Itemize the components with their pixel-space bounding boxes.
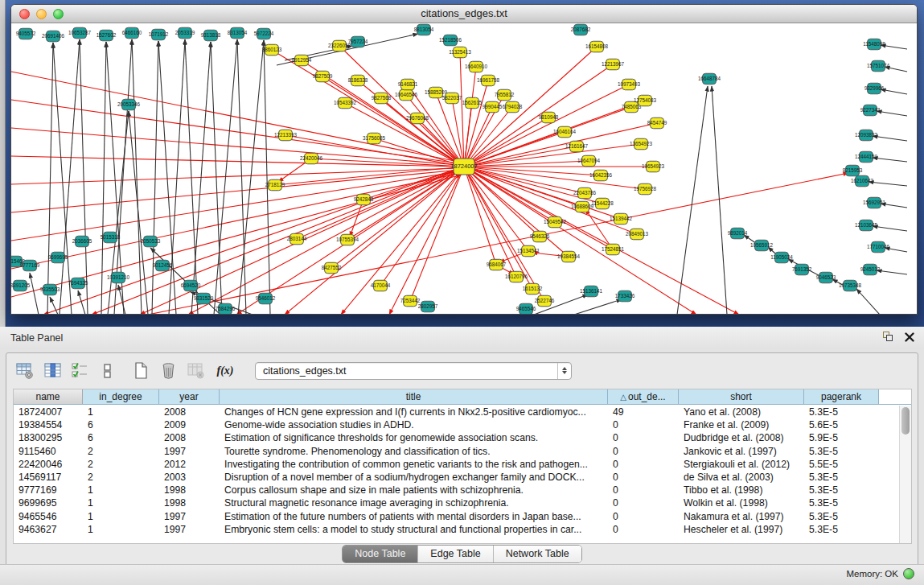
- cell-title[interactable]: Tourette syndrome. Phenomenology and cla…: [220, 445, 608, 458]
- column-header-in_degree[interactable]: in_degree: [83, 389, 159, 404]
- graph-node[interactable]: 15134541: [517, 245, 540, 257]
- table-row[interactable]: 969969511998Structural magnetic resonanc…: [14, 496, 899, 509]
- cell-pagerank[interactable]: 5.3E-5: [804, 510, 879, 523]
- graph-node[interactable]: 10391210: [107, 272, 130, 283]
- show-columns-icon[interactable]: [41, 360, 64, 382]
- graph-edge[interactable]: [285, 167, 464, 314]
- graph-node[interactable]: 9046523: [816, 272, 836, 283]
- memory-status-indicator[interactable]: [903, 568, 914, 579]
- cell-out_degree[interactable]: 0: [608, 471, 679, 484]
- graph-node[interactable]: 7691352: [792, 264, 812, 275]
- graph-node[interactable]: 13654923: [630, 138, 653, 150]
- graph-node[interactable]: 10646546: [395, 89, 418, 101]
- delete-column-icon[interactable]: [157, 360, 179, 382]
- graph-node[interactable]: 20691406: [42, 31, 65, 42]
- network-view-window[interactable]: citations_edges.txt 94055722069140610653…: [10, 4, 918, 315]
- graph-edge[interactable]: [188, 167, 464, 314]
- graph-node[interactable]: 8454749: [647, 117, 667, 129]
- cell-name[interactable]: 22420046: [14, 458, 83, 471]
- graph-node[interactable]: 2087682: [571, 24, 591, 35]
- cell-short[interactable]: Wolkin et al. (1998): [679, 496, 804, 509]
- graph-edge[interactable]: [152, 41, 158, 314]
- graph-node[interactable]: 31756085: [363, 133, 386, 144]
- select-all-icon[interactable]: [68, 360, 91, 382]
- graph-node[interactable]: 8427552: [322, 262, 342, 274]
- graph-node[interactable]: 16154808: [585, 41, 609, 52]
- cell-in_degree[interactable]: 2: [83, 458, 159, 471]
- graph-node[interactable]: 2802957: [418, 301, 438, 312]
- cell-pagerank[interactable]: 5.3E-5: [804, 471, 879, 484]
- cell-year[interactable]: 2012: [159, 458, 220, 471]
- graph-edge[interactable]: [11, 128, 458, 165]
- table-row[interactable]: 946362711997Embryonic stem cells: a mode…: [14, 523, 899, 536]
- graph-node[interactable]: 9546012: [256, 293, 276, 304]
- graph-node[interactable]: 10735348: [839, 280, 862, 291]
- cell-title[interactable]: Estimation of the future numbers of pati…: [220, 510, 608, 523]
- graph-node[interactable]: 7584296: [216, 303, 236, 314]
- cell-pagerank[interactable]: 5.3E-5: [804, 523, 879, 536]
- graph-edge[interactable]: [148, 173, 848, 314]
- graph-node[interactable]: 9699695: [48, 252, 68, 263]
- graph-edge[interactable]: [856, 289, 880, 314]
- citation-network-graph[interactable]: 9405572206914061065328715276026466160107…: [11, 23, 917, 314]
- graph-node[interactable]: 2053319: [175, 27, 195, 39]
- cell-pagerank[interactable]: 5.3E-5: [804, 484, 879, 496]
- graph-node[interactable]: 9012456: [153, 260, 173, 271]
- cell-name[interactable]: 9699695: [14, 496, 83, 509]
- cell-title[interactable]: Disruption of a novel member of a sodium…: [220, 471, 608, 484]
- graph-node[interactable]: 20849013: [626, 229, 649, 240]
- graph-node[interactable]: 12103645: [855, 220, 878, 231]
- graph-edge[interactable]: [339, 46, 464, 167]
- graph-node[interactable]: 11544228: [591, 198, 614, 209]
- table-panel-titlebar[interactable]: Table Panel: [0, 327, 924, 349]
- cell-in_degree[interactable]: 1: [83, 406, 159, 418]
- table-row[interactable]: 1456911722003Disruption of a novel membe…: [14, 471, 899, 484]
- float-window-icon[interactable]: [883, 332, 893, 342]
- cell-short[interactable]: Hescheler et al. (1997): [679, 523, 804, 536]
- table-row[interactable]: 946554611997Estimation of the future num…: [14, 510, 899, 523]
- graph-node[interactable]: 2718129: [265, 179, 285, 191]
- graph-node[interactable]: 9892014: [728, 228, 748, 239]
- close-window-icon[interactable]: [19, 9, 30, 19]
- graph-edge[interactable]: [381, 98, 464, 167]
- cell-out_degree[interactable]: 0: [608, 510, 679, 523]
- cell-year[interactable]: 2003: [159, 471, 220, 484]
- graph-node[interactable]: 9827509: [313, 71, 333, 82]
- cell-out_degree[interactable]: 0: [608, 431, 679, 444]
- graph-edge[interactable]: [464, 167, 645, 189]
- graph-node[interactable]: 15751074: [867, 60, 890, 72]
- graph-node[interactable]: 9777169: [20, 260, 40, 271]
- cell-in_degree[interactable]: 2: [83, 471, 159, 484]
- cell-pagerank[interactable]: 5.9E-5: [804, 431, 879, 444]
- cell-year[interactable]: 2008: [159, 406, 220, 418]
- graph-node[interactable]: 10653287: [68, 27, 92, 39]
- cell-short[interactable]: Dudbridge et al. (2008): [679, 431, 804, 444]
- cell-out_degree[interactable]: 0: [608, 496, 679, 509]
- graph-node[interactable]: 9827568: [372, 93, 392, 104]
- graph-node[interactable]: 16640910: [465, 61, 488, 72]
- graph-edge[interactable]: [881, 89, 907, 94]
- cell-pagerank[interactable]: 5.6E-5: [804, 418, 879, 431]
- graph-node[interactable]: 2522746: [535, 295, 555, 307]
- graph-edge[interactable]: [101, 42, 106, 314]
- table-row[interactable]: 977716911998Corpus callosum shape and si…: [14, 484, 899, 496]
- graph-node[interactable]: 16210643: [851, 175, 874, 187]
- cell-pagerank[interactable]: 5.3E-5: [804, 496, 879, 509]
- graph-node[interactable]: 8391205: [11, 280, 31, 291]
- cell-year[interactable]: 2009: [159, 418, 220, 431]
- graph-node[interactable]: 10647094: [577, 155, 601, 167]
- clear-selection-icon[interactable]: [96, 360, 118, 382]
- graph-edge[interactable]: [80, 39, 88, 314]
- graph-edge[interactable]: [272, 50, 464, 167]
- cell-name[interactable]: 18300295: [14, 431, 83, 444]
- window-titlebar[interactable]: citations_edges.txt: [11, 5, 917, 23]
- graph-node[interactable]: 16961758: [477, 75, 500, 86]
- cell-in_degree[interactable]: 6: [83, 431, 159, 444]
- graph-node[interactable]: 2036605: [72, 236, 92, 247]
- network-canvas[interactable]: 9405572206914061065328715276026466160107…: [11, 23, 917, 314]
- cell-short[interactable]: Stergiakouli et al. (2012): [679, 458, 804, 471]
- cell-short[interactable]: Yano et al. (2008): [679, 406, 804, 418]
- cell-pagerank[interactable]: 5.3E-5: [804, 406, 879, 418]
- graph-edge[interactable]: [873, 136, 907, 141]
- graph-node[interactable]: 17524851: [602, 244, 625, 255]
